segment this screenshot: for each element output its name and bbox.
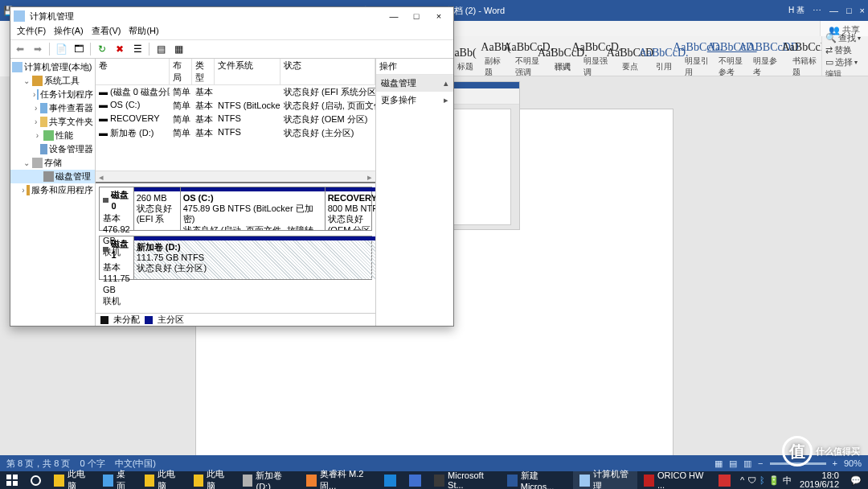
collapse-icon[interactable]: ⌄ (22, 77, 31, 85)
tree-services-apps[interactable]: ›服务和应用程序 (10, 183, 95, 197)
find-button[interactable]: 🔍查找▾ (825, 32, 865, 44)
tree-performance[interactable]: ›性能 (10, 129, 95, 142)
taskbar-item[interactable]: 奥睿科 M.2固... (300, 471, 378, 489)
horizontal-scrollbar[interactable]: ◂▸ (96, 171, 375, 182)
partition[interactable]: RECOVERY800 MB NTFS状态良好 (OEM 分区 (326, 187, 375, 230)
action-more[interactable]: 更多操作▸ (376, 92, 453, 109)
delete-icon[interactable]: ✖ (112, 41, 128, 57)
zoom-out-icon[interactable]: − (758, 458, 763, 468)
refresh-icon[interactable]: ↻ (94, 41, 110, 57)
mmc-menubar[interactable]: 文件(F)操作(A)查看(V)帮助(H) (10, 25, 453, 39)
style-gallery[interactable]: aBb(标题AaBb(副标题AaBbCcD.不明显强调AaBbCcD.强调AaB… (450, 36, 821, 76)
taskbar-item[interactable] (378, 471, 403, 489)
volume-list[interactable]: 卷 布局 类型 文件系统 状态 ▬ (磁盘 0 磁盘分区 1)简单基本状态良好 … (96, 59, 375, 183)
back-icon[interactable]: ⬅ (12, 41, 28, 57)
system-tray[interactable]: ^ 🛡 ᛒ 🔋 中 (737, 475, 795, 487)
tree-root[interactable]: 计算机管理(本地) (10, 60, 95, 74)
volume-row[interactable]: ▬ OS (C:)简单基本NTFS (BitLocker 已加密)状态良好 (启… (96, 99, 375, 113)
taskbar-item[interactable]: 桌面 (96, 471, 138, 489)
taskbar-item[interactable]: 此电脑 (138, 471, 187, 489)
taskbar-item[interactable]: 新加卷 (D:) (236, 471, 301, 489)
taskbar-clock[interactable]: 18:0 2019/6/12 (795, 471, 844, 489)
close-button[interactable]: × (428, 11, 450, 21)
zoom-in-icon[interactable]: + (833, 458, 837, 468)
taskbar-item[interactable]: 计算机管理 (573, 471, 637, 489)
action-disk-management[interactable]: 磁盘管理▴ (376, 75, 453, 92)
select-button[interactable]: ▭选择▾ (825, 56, 865, 68)
ribbon-options-icon[interactable]: ⋯ (813, 6, 821, 16)
menu-item[interactable]: 帮助(H) (125, 25, 162, 39)
col-layout[interactable]: 布局 (170, 59, 192, 84)
tree-device-manager[interactable]: 设备管理器 (10, 142, 95, 156)
scroll-left-icon[interactable]: ◂ (96, 171, 107, 183)
taskbar-item[interactable]: Microsoft St... (428, 471, 501, 489)
close-icon[interactable]: × (860, 6, 865, 15)
expand-icon[interactable]: › (33, 118, 39, 126)
ime-icon[interactable]: 中 (783, 475, 792, 487)
replace-button[interactable]: ⇄替换 (825, 44, 865, 56)
menu-item[interactable]: 查看(V) (88, 25, 125, 39)
mmc-titlebar[interactable]: 计算机管理 — □ × (10, 7, 453, 25)
expand-icon[interactable]: › (33, 91, 35, 99)
tree-storage[interactable]: ⌄存储 (10, 156, 95, 170)
word-user-name[interactable]: H 基 (788, 5, 805, 16)
expand-icon[interactable]: › (22, 187, 25, 195)
detail-view-icon[interactable]: ▦ (170, 41, 186, 57)
minimize-icon[interactable]: — (829, 6, 838, 15)
menu-item[interactable]: 操作(A) (51, 25, 87, 39)
style-item[interactable]: aBb(标题 (450, 39, 481, 72)
disk-header[interactable]: 磁盘 1基本111.75 GB联机 (100, 236, 134, 279)
expand-icon[interactable]: › (33, 105, 39, 113)
zoom-slider[interactable] (770, 462, 826, 465)
tree-shared-folders[interactable]: ›共享文件夹 (10, 115, 95, 129)
disk-row[interactable]: 磁盘 1基本111.75 GB联机新加卷 (D:)111.75 GB NTFS状… (99, 236, 372, 280)
notifications-button[interactable]: 💬 (844, 471, 868, 489)
view-web-icon[interactable]: ▥ (743, 458, 751, 469)
col-status[interactable]: 状态 (280, 59, 375, 84)
taskbar-item[interactable]: 新建 Micros... (501, 471, 573, 489)
tree-system-tools[interactable]: ⌄系统工具 (10, 74, 95, 88)
taskbar-item[interactable]: ORICO HW ... (637, 471, 712, 489)
mmc-tree-nav[interactable]: 计算机管理(本地) ⌄系统工具 ›任务计划程序 ›事件查看器 ›共享文件夹 ›性… (10, 59, 96, 326)
tree-event-viewer[interactable]: ›事件查看器 (10, 101, 95, 115)
partition[interactable]: 260 MB状态良好 (EFI 系 (134, 187, 181, 230)
col-type[interactable]: 类型 (192, 59, 215, 84)
volume-row[interactable]: ▬ (磁盘 0 磁盘分区 1)简单基本状态良好 (EFI 系统分区) (96, 85, 375, 99)
minimize-button[interactable]: — (383, 11, 405, 21)
cortana-button[interactable] (24, 471, 47, 489)
maximize-button[interactable]: □ (405, 11, 428, 21)
zoom-level[interactable]: 90% (844, 458, 862, 468)
tree-task-scheduler[interactable]: ›任务计划程序 (10, 88, 95, 101)
up-icon[interactable]: 📄 (53, 41, 69, 57)
start-button[interactable] (0, 471, 24, 489)
menu-item[interactable]: 文件(F) (14, 25, 49, 39)
page-count[interactable]: 第 8 页，共 8 页 (6, 458, 70, 470)
taskbar-item[interactable] (712, 471, 737, 489)
bluetooth-icon[interactable]: ᛒ (760, 475, 765, 485)
disk-management-window[interactable]: 计算机管理 — □ × 文件(F)操作(A)查看(V)帮助(H) ⬅ ➡ 📄 🗔… (10, 6, 454, 327)
tray-chevron-icon[interactable]: ^ (740, 475, 744, 485)
partition[interactable]: OS (C:)475.89 GB NTFS (BitLocker 已加密)状态良… (181, 187, 326, 230)
view-read-icon[interactable]: ▦ (714, 458, 723, 469)
col-fs[interactable]: 文件系统 (215, 59, 280, 84)
settings-icon[interactable]: ☰ (129, 41, 145, 57)
taskbar-item[interactable]: 此电脑 (187, 471, 236, 489)
taskbar-item[interactable] (403, 471, 428, 489)
forward-icon[interactable]: ➡ (30, 41, 46, 57)
partition[interactable]: 新加卷 (D:)111.75 GB NTFS状态良好 (主分区) (134, 236, 375, 279)
col-volume[interactable]: 卷 (96, 59, 170, 84)
battery-icon[interactable]: 🔋 (768, 475, 780, 486)
maximize-icon[interactable]: □ (846, 6, 852, 15)
style-item[interactable]: AaBbCcD书籍标题 (788, 36, 821, 76)
security-icon[interactable]: 🛡 (747, 475, 756, 485)
disk-row[interactable]: 磁盘 0基本476.92 GB联机260 MB状态良好 (EFI 系OS (C:… (99, 187, 372, 231)
taskbar-item[interactable]: 此电脑 (47, 471, 96, 489)
tree-disk-management[interactable]: 磁盘管理 (10, 170, 95, 183)
volume-header-row[interactable]: 卷 布局 类型 文件系统 状态 (96, 59, 375, 85)
properties-icon[interactable]: 🗔 (71, 41, 87, 57)
view-print-icon[interactable]: ▤ (729, 458, 737, 469)
volume-row[interactable]: ▬ RECOVERY简单基本NTFS状态良好 (OEM 分区) (96, 113, 375, 126)
collapse-icon[interactable]: ⌄ (22, 159, 31, 167)
taskbar[interactable]: 此电脑桌面此电脑此电脑新加卷 (D:)奥睿科 M.2固...Microsoft … (0, 471, 868, 489)
expand-icon[interactable]: › (33, 132, 42, 140)
